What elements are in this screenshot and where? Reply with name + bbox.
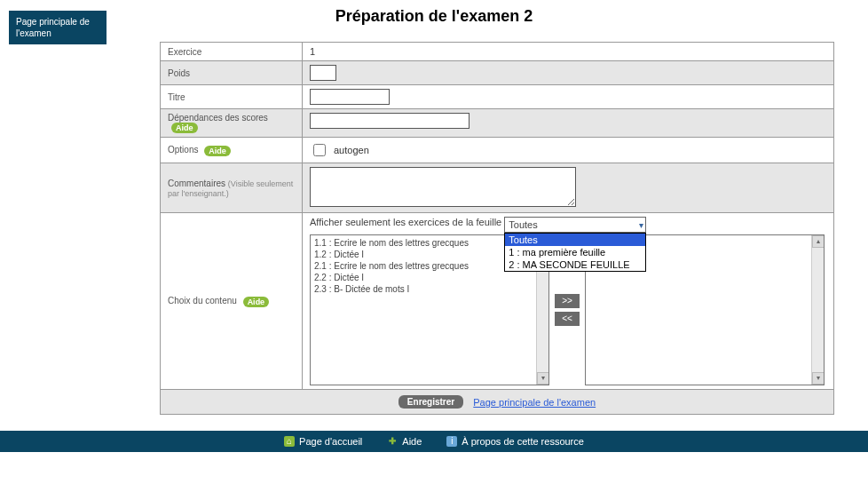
label-dependances: Dépendances des scores	[168, 113, 268, 123]
move-left-button[interactable]: <<	[555, 312, 580, 326]
dependances-input[interactable]	[310, 113, 470, 129]
value-exercice: 1	[303, 43, 834, 61]
label-choix-contenu: Choix du contenu	[168, 296, 237, 306]
help-badge-options[interactable]: Aide	[204, 146, 231, 156]
page-title: Préparation de l'examen 2	[0, 7, 868, 26]
filter-dropdown: Toutes 1 : ma première feuille 2 : MA SE…	[504, 233, 646, 272]
titre-input[interactable]	[310, 89, 390, 105]
help-badge-deps[interactable]: Aide	[171, 123, 198, 133]
home-icon: ⌂	[284, 436, 295, 447]
scroll-down-icon[interactable]: ▾	[812, 372, 825, 385]
footer-home-link[interactable]: ⌂ Page d'accueil	[284, 436, 362, 447]
footer-home-label: Page d'accueil	[299, 436, 362, 447]
nav-main-page-button[interactable]: Page principale de l'examen	[9, 11, 107, 44]
bottom-action-bar: Enregistrer Page principale de l'examen	[160, 390, 834, 415]
move-right-button[interactable]: >>	[555, 294, 580, 308]
filter-select[interactable]: Toutes ▾	[504, 217, 646, 233]
autogen-label: autogen	[334, 145, 369, 155]
back-to-main-link[interactable]: Page principale de l'examen	[473, 397, 596, 408]
label-options: Options	[168, 145, 198, 155]
save-button[interactable]: Enregistrer	[398, 395, 463, 409]
scroll-up-icon[interactable]: ▴	[812, 235, 825, 248]
footer-about-link[interactable]: i À propos de cette ressource	[446, 436, 584, 447]
filter-selected-value: Toutes	[509, 219, 537, 230]
scroll-down-icon[interactable]: ▾	[537, 372, 549, 385]
filter-option[interactable]: Toutes	[505, 234, 645, 246]
help-badge-contenu[interactable]: Aide	[243, 297, 270, 307]
help-icon: ✚	[387, 436, 398, 447]
footer-about-label: À propos de cette ressource	[462, 436, 584, 447]
footer-help-link[interactable]: ✚ Aide	[387, 436, 422, 447]
poids-input[interactable]	[310, 65, 336, 81]
listbox-scrollbar[interactable]: ▴ ▾	[811, 235, 824, 385]
list-item[interactable]: 2.2 : Dictée I	[314, 272, 545, 283]
label-commentaires: Commentaires	[168, 179, 225, 188]
footer-bar: ⌂ Page d'accueil ✚ Aide i À propos de ce…	[0, 431, 868, 452]
list-item[interactable]: 2.3 : B- Dictée de mots I	[314, 283, 545, 295]
autogen-checkbox[interactable]	[313, 144, 326, 156]
filter-label: Afficher seulement les exercices de la f…	[310, 217, 501, 227]
footer-help-label: Aide	[402, 436, 422, 447]
commentaires-textarea[interactable]	[310, 167, 576, 207]
label-poids: Poids	[161, 61, 303, 85]
label-titre: Titre	[161, 85, 303, 109]
filter-option[interactable]: 2 : MA SECONDE FEUILLE	[505, 258, 645, 271]
chevron-down-icon: ▾	[639, 220, 643, 230]
label-exercice: Exercice	[161, 43, 303, 61]
exam-form-table: Exercice 1 Poids Titre Dépendances des s…	[160, 42, 834, 390]
info-icon: i	[446, 436, 457, 447]
filter-option[interactable]: 1 : ma première feuille	[505, 246, 645, 258]
